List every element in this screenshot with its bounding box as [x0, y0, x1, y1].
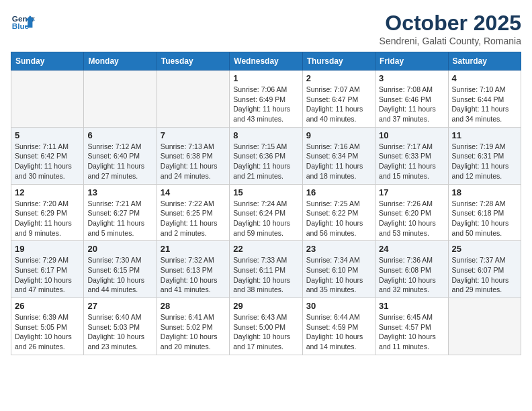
day-info: Sunrise: 6:39 AM Sunset: 5:05 PM Dayligh… [15, 312, 80, 352]
day-info: Sunrise: 7:36 AM Sunset: 6:08 PM Dayligh… [379, 255, 444, 295]
day-info: Sunrise: 6:41 AM Sunset: 5:02 PM Dayligh… [161, 312, 226, 352]
calendar-title: October 2025 [380, 11, 521, 36]
day-info: Sunrise: 7:15 AM Sunset: 6:36 PM Dayligh… [233, 142, 298, 181]
day-info: Sunrise: 7:12 AM Sunset: 6:40 PM Dayligh… [87, 142, 152, 181]
calendar-week-row: 5Sunrise: 7:11 AM Sunset: 6:42 PM Daylig… [11, 127, 521, 184]
day-info: Sunrise: 7:08 AM Sunset: 6:46 PM Dayligh… [379, 85, 444, 124]
calendar-day-cell: 9Sunrise: 7:16 AM Sunset: 6:34 PM Daylig… [302, 127, 375, 184]
day-info: Sunrise: 7:06 AM Sunset: 6:49 PM Dayligh… [233, 85, 298, 124]
day-number: 6 [87, 130, 152, 140]
calendar-day-cell: 7Sunrise: 7:13 AM Sunset: 6:38 PM Daylig… [157, 127, 229, 184]
calendar-day-cell: 18Sunrise: 7:28 AM Sunset: 6:18 PM Dayli… [448, 184, 521, 241]
day-number: 18 [452, 187, 517, 197]
day-info: Sunrise: 7:20 AM Sunset: 6:29 PM Dayligh… [15, 199, 80, 238]
calendar-day-cell: 8Sunrise: 7:15 AM Sunset: 6:36 PM Daylig… [230, 127, 302, 184]
day-number: 16 [306, 187, 371, 197]
day-number: 23 [306, 244, 371, 254]
day-number: 8 [233, 130, 298, 140]
day-info: Sunrise: 7:16 AM Sunset: 6:34 PM Dayligh… [306, 142, 371, 181]
calendar-table: SundayMondayTuesdayWednesdayThursdayFrid… [11, 52, 521, 355]
day-info: Sunrise: 7:19 AM Sunset: 6:31 PM Dayligh… [452, 142, 517, 181]
day-info: Sunrise: 7:30 AM Sunset: 6:15 PM Dayligh… [87, 255, 152, 295]
calendar-day-cell: 30Sunrise: 6:44 AM Sunset: 4:59 PM Dayli… [302, 298, 375, 355]
calendar-day-cell: 3Sunrise: 7:08 AM Sunset: 6:46 PM Daylig… [375, 71, 448, 128]
day-number: 28 [161, 301, 226, 311]
day-number: 30 [306, 301, 371, 311]
day-number: 10 [379, 130, 444, 140]
day-number: 12 [15, 187, 80, 197]
calendar-day-cell: 16Sunrise: 7:25 AM Sunset: 6:22 PM Dayli… [302, 184, 375, 241]
logo: General Blue [11, 11, 35, 35]
day-number: 14 [161, 187, 226, 197]
calendar-subtitle: Sendreni, Galati County, Romania [380, 36, 521, 46]
day-number: 21 [161, 244, 226, 254]
calendar-day-cell: 29Sunrise: 6:43 AM Sunset: 5:00 PM Dayli… [230, 298, 302, 355]
svg-text:Blue: Blue [12, 21, 30, 30]
weekday-header-friday: Friday [375, 52, 448, 71]
calendar-day-cell: 14Sunrise: 7:22 AM Sunset: 6:25 PM Dayli… [157, 184, 229, 241]
calendar-day-cell: 11Sunrise: 7:19 AM Sunset: 6:31 PM Dayli… [448, 127, 521, 184]
calendar-day-cell: 10Sunrise: 7:17 AM Sunset: 6:33 PM Dayli… [375, 127, 448, 184]
day-info: Sunrise: 6:45 AM Sunset: 4:57 PM Dayligh… [379, 312, 444, 352]
day-number: 19 [15, 244, 80, 254]
day-info: Sunrise: 7:29 AM Sunset: 6:17 PM Dayligh… [15, 255, 80, 295]
day-number: 31 [379, 301, 444, 311]
calendar-day-cell: 5Sunrise: 7:11 AM Sunset: 6:42 PM Daylig… [11, 127, 84, 184]
calendar-day-cell [157, 71, 229, 128]
calendar-day-cell: 28Sunrise: 6:41 AM Sunset: 5:02 PM Dayli… [157, 298, 229, 355]
weekday-header-wednesday: Wednesday [230, 52, 302, 71]
day-info: Sunrise: 7:24 AM Sunset: 6:24 PM Dayligh… [233, 199, 298, 238]
day-number: 15 [233, 187, 298, 197]
day-number: 3 [379, 73, 444, 83]
calendar-week-row: 12Sunrise: 7:20 AM Sunset: 6:29 PM Dayli… [11, 184, 521, 241]
day-number: 29 [233, 301, 298, 311]
day-info: Sunrise: 7:10 AM Sunset: 6:44 PM Dayligh… [452, 85, 517, 124]
day-info: Sunrise: 7:17 AM Sunset: 6:33 PM Dayligh… [379, 142, 444, 181]
day-number: 9 [306, 130, 371, 140]
calendar-week-row: 19Sunrise: 7:29 AM Sunset: 6:17 PM Dayli… [11, 241, 521, 298]
weekday-header-monday: Monday [84, 52, 157, 71]
calendar-day-cell: 19Sunrise: 7:29 AM Sunset: 6:17 PM Dayli… [11, 241, 84, 298]
calendar-day-cell: 21Sunrise: 7:32 AM Sunset: 6:13 PM Dayli… [157, 241, 229, 298]
calendar-day-cell: 1Sunrise: 7:06 AM Sunset: 6:49 PM Daylig… [230, 71, 302, 128]
calendar-day-cell: 13Sunrise: 7:21 AM Sunset: 6:27 PM Dayli… [84, 184, 157, 241]
day-number: 2 [306, 73, 371, 83]
page-header: General Blue October 2025 Sendreni, Gala… [11, 11, 521, 46]
day-info: Sunrise: 7:26 AM Sunset: 6:20 PM Dayligh… [379, 199, 444, 238]
day-number: 11 [452, 130, 517, 140]
calendar-week-row: 1Sunrise: 7:06 AM Sunset: 6:49 PM Daylig… [11, 71, 521, 128]
day-number: 20 [87, 244, 152, 254]
calendar-day-cell: 23Sunrise: 7:34 AM Sunset: 6:10 PM Dayli… [302, 241, 375, 298]
calendar-day-cell: 15Sunrise: 7:24 AM Sunset: 6:24 PM Dayli… [230, 184, 302, 241]
calendar-day-cell: 31Sunrise: 6:45 AM Sunset: 4:57 PM Dayli… [375, 298, 448, 355]
calendar-day-cell: 24Sunrise: 7:36 AM Sunset: 6:08 PM Dayli… [375, 241, 448, 298]
calendar-day-cell [448, 298, 521, 355]
day-number: 4 [452, 73, 517, 83]
day-info: Sunrise: 7:13 AM Sunset: 6:38 PM Dayligh… [161, 142, 226, 181]
calendar-day-cell: 20Sunrise: 7:30 AM Sunset: 6:15 PM Dayli… [84, 241, 157, 298]
calendar-day-cell: 27Sunrise: 6:40 AM Sunset: 5:03 PM Dayli… [84, 298, 157, 355]
weekday-header-saturday: Saturday [448, 52, 521, 71]
day-info: Sunrise: 7:34 AM Sunset: 6:10 PM Dayligh… [306, 255, 371, 295]
calendar-day-cell: 6Sunrise: 7:12 AM Sunset: 6:40 PM Daylig… [84, 127, 157, 184]
weekday-header-tuesday: Tuesday [157, 52, 229, 71]
day-info: Sunrise: 6:43 AM Sunset: 5:00 PM Dayligh… [233, 312, 298, 352]
calendar-week-row: 26Sunrise: 6:39 AM Sunset: 5:05 PM Dayli… [11, 298, 521, 355]
day-info: Sunrise: 7:28 AM Sunset: 6:18 PM Dayligh… [452, 199, 517, 238]
calendar-day-cell: 2Sunrise: 7:07 AM Sunset: 6:47 PM Daylig… [302, 71, 375, 128]
day-info: Sunrise: 7:11 AM Sunset: 6:42 PM Dayligh… [15, 142, 80, 181]
title-block: October 2025 Sendreni, Galati County, Ro… [380, 11, 521, 46]
calendar-day-cell: 17Sunrise: 7:26 AM Sunset: 6:20 PM Dayli… [375, 184, 448, 241]
day-number: 5 [15, 130, 80, 140]
day-info: Sunrise: 7:25 AM Sunset: 6:22 PM Dayligh… [306, 199, 371, 238]
calendar-day-cell: 12Sunrise: 7:20 AM Sunset: 6:29 PM Dayli… [11, 184, 84, 241]
day-info: Sunrise: 7:32 AM Sunset: 6:13 PM Dayligh… [161, 255, 226, 295]
day-number: 27 [87, 301, 152, 311]
day-info: Sunrise: 7:21 AM Sunset: 6:27 PM Dayligh… [87, 199, 152, 238]
calendar-day-cell: 4Sunrise: 7:10 AM Sunset: 6:44 PM Daylig… [448, 71, 521, 128]
day-info: Sunrise: 7:33 AM Sunset: 6:11 PM Dayligh… [233, 255, 298, 295]
weekday-header-row: SundayMondayTuesdayWednesdayThursdayFrid… [11, 52, 521, 71]
day-info: Sunrise: 7:37 AM Sunset: 6:07 PM Dayligh… [452, 255, 517, 295]
calendar-day-cell [11, 71, 84, 128]
day-number: 25 [452, 244, 517, 254]
